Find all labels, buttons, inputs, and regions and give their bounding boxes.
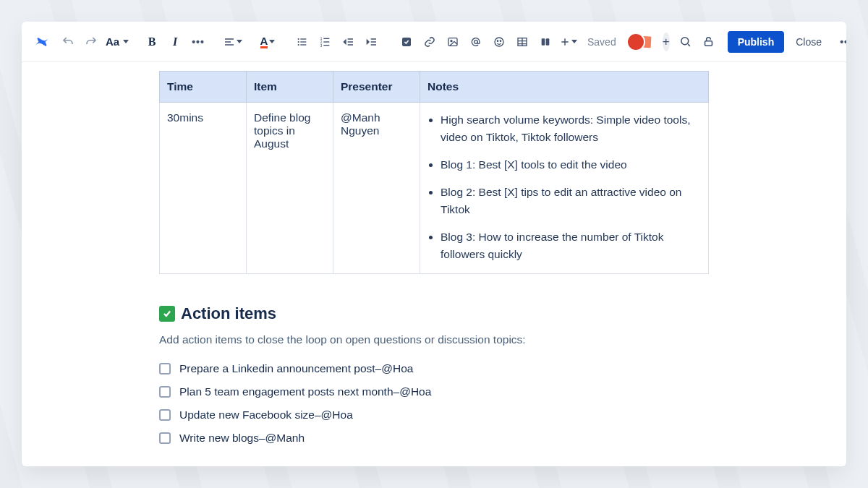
editor-content[interactable]: Time Item Presenter Notes 30mins Define … — [22, 62, 846, 466]
undo-button[interactable] — [58, 31, 78, 53]
bold-button[interactable]: B — [142, 31, 162, 53]
svg-point-18 — [500, 40, 501, 41]
numbered-list-button[interactable]: 123 — [315, 31, 336, 53]
insert-button[interactable] — [558, 31, 579, 53]
svg-point-22 — [681, 38, 689, 45]
header-item: Item — [247, 72, 333, 103]
svg-point-15 — [475, 40, 478, 43]
chevron-down-icon — [123, 40, 129, 43]
page-restrictions-button[interactable] — [699, 31, 719, 53]
action-item-button[interactable] — [396, 31, 417, 53]
header-time: Time — [160, 72, 247, 103]
svg-point-16 — [495, 38, 503, 46]
checkbox[interactable] — [159, 432, 171, 444]
svg-rect-11 — [323, 45, 329, 46]
user-avatar-1 — [626, 33, 645, 51]
chevron-down-icon — [269, 40, 275, 43]
editor-toolbar: Aa B I ••• A 123 — [22, 22, 846, 62]
redo-button[interactable] — [81, 31, 101, 53]
cell-time[interactable]: 30mins — [160, 103, 247, 274]
confluence-logo-icon[interactable] — [32, 31, 52, 53]
cell-notes[interactable]: High search volume keywords: Simple vide… — [420, 103, 709, 274]
editor-shell: Aa B I ••• A 123 — [22, 22, 846, 466]
svg-rect-20 — [542, 38, 545, 45]
svg-rect-9 — [323, 41, 329, 42]
action-item[interactable]: Write new blogs–@Manh — [159, 432, 709, 445]
link-button[interactable] — [420, 31, 440, 53]
emoji-button[interactable] — [489, 31, 509, 53]
notes-item: Blog 1: Best [X] tools to edit the video — [441, 156, 701, 174]
svg-text:3: 3 — [320, 43, 323, 47]
close-button[interactable]: Close — [787, 31, 830, 53]
table-row[interactable]: 30mins Define blog topics in August @Man… — [160, 103, 709, 274]
notes-list: High search volume keywords: Simple vide… — [427, 111, 701, 263]
action-item-label[interactable]: Write new blogs–@Manh — [179, 432, 305, 445]
checkbox[interactable] — [159, 363, 171, 374]
svg-rect-1 — [300, 38, 306, 39]
svg-point-4 — [298, 43, 299, 45]
notes-item: High search volume keywords: Simple vide… — [441, 111, 701, 146]
svg-point-2 — [298, 40, 299, 42]
more-formatting-button[interactable]: ••• — [188, 31, 208, 53]
chevron-down-icon — [571, 40, 577, 43]
svg-rect-21 — [546, 38, 550, 45]
notes-item: Blog 3: How to increase the number of Ti… — [441, 228, 701, 263]
table-button[interactable] — [512, 31, 532, 53]
add-collaborator-button[interactable]: + — [663, 33, 670, 51]
layouts-button[interactable] — [535, 31, 556, 53]
action-items-list: Prepare a Linkedin announcement post–@Ho… — [159, 362, 709, 445]
action-item[interactable]: Prepare a Linkedin announcement post–@Ho… — [159, 362, 709, 375]
header-presenter: Presenter — [333, 72, 420, 103]
table-header-row: Time Item Presenter Notes — [160, 72, 709, 103]
search-button[interactable] — [676, 31, 696, 53]
action-items-heading: Action items — [159, 304, 709, 323]
svg-rect-5 — [300, 44, 306, 45]
more-actions-button[interactable]: ••• — [836, 31, 846, 53]
svg-rect-13 — [448, 38, 457, 46]
checkbox[interactable] — [159, 409, 171, 421]
mention-button[interactable] — [466, 31, 486, 53]
svg-point-0 — [298, 38, 299, 39]
italic-button[interactable]: I — [165, 31, 185, 53]
cell-item[interactable]: Define blog topics in August — [247, 103, 333, 274]
collaborator-avatars[interactable] — [626, 33, 652, 51]
svg-point-17 — [497, 40, 498, 41]
alignment-button[interactable] — [223, 31, 243, 53]
action-item[interactable]: Update new Facebook size–@Hoa — [159, 408, 709, 421]
chevron-down-icon — [237, 40, 242, 43]
text-color-button[interactable]: A — [258, 31, 278, 53]
action-item-label[interactable]: Update new Facebook size–@Hoa — [179, 408, 353, 421]
checkbox[interactable] — [159, 386, 171, 398]
svg-rect-3 — [300, 41, 306, 42]
image-button[interactable] — [443, 31, 463, 53]
checkmark-icon — [159, 306, 175, 322]
action-item-label[interactable]: Prepare a Linkedin announcement post–@Ho… — [179, 362, 413, 375]
action-items-hint[interactable]: Add action items to close the loop on op… — [159, 333, 709, 346]
publish-button[interactable]: Publish — [728, 31, 785, 53]
notes-item: Blog 2: Best [X] tips to edit an attract… — [441, 184, 701, 218]
indent-button[interactable] — [362, 31, 382, 53]
text-style-button[interactable]: Aa — [107, 31, 127, 53]
svg-point-14 — [451, 40, 452, 41]
svg-rect-23 — [705, 41, 712, 46]
outdent-button[interactable] — [339, 31, 359, 53]
action-items-title: Action items — [181, 304, 276, 323]
bullet-list-button[interactable] — [292, 31, 312, 53]
action-item-label[interactable]: Plan 5 team engagement posts next month–… — [179, 385, 431, 398]
svg-rect-7 — [323, 38, 329, 38]
cell-presenter[interactable]: @Manh Nguyen — [333, 103, 420, 274]
header-notes: Notes — [420, 72, 709, 103]
saved-status-label: Saved — [587, 36, 616, 48]
meeting-table[interactable]: Time Item Presenter Notes 30mins Define … — [159, 71, 709, 274]
action-item[interactable]: Plan 5 team engagement posts next month–… — [159, 385, 709, 398]
text-style-label: Aa — [106, 35, 119, 48]
